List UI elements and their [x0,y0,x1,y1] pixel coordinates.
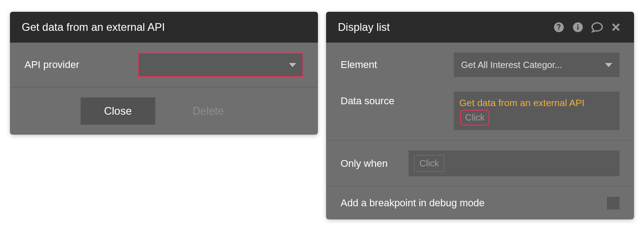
row-api-provider: API provider [10,43,318,87]
element-value: Get All Interest Categor... [461,60,601,70]
chevron-down-icon [289,63,296,67]
help-icon[interactable] [553,21,565,34]
only-when-expression[interactable]: Click [409,150,620,176]
label-api-provider: API provider [24,59,138,71]
display-list-panel: Display list Element Get All Interest Ca… [326,12,634,219]
info-icon[interactable] [572,21,584,34]
close-icon[interactable] [610,21,622,34]
only-when-click-token[interactable]: Click [414,155,444,172]
panel-header: Display list [326,12,634,43]
api-provider-dropdown[interactable] [138,53,303,77]
panel-title: Get data from an external API [22,21,165,34]
action-buttons-row: Close Delete [10,87,318,135]
panel-body: Element Get All Interest Categor... Data… [326,43,634,219]
chevron-down-icon [605,63,612,67]
row-data-source: Data source Get data from an external AP… [326,87,634,140]
row-breakpoint: Add a breakpoint in debug mode [326,186,634,219]
expression-text: Get data from an external API [459,97,585,108]
element-dropdown[interactable]: Get All Interest Categor... [454,53,620,77]
comment-icon[interactable] [591,21,603,34]
expression-click-token[interactable]: Click [460,110,490,126]
data-source-expression[interactable]: Get data from an external APIClick [454,92,620,130]
api-data-panel: Get data from an external API API provid… [10,12,318,135]
panel-title: Display list [338,21,390,34]
label-data-source: Data source [341,92,454,107]
header-icons [553,21,622,34]
row-only-when: Only when Click [326,140,634,186]
panel-body: API provider Close Delete [10,43,318,135]
delete-button: Delete [169,97,247,125]
panel-header: Get data from an external API [10,12,318,43]
close-button[interactable]: Close [81,97,155,125]
label-breakpoint: Add a breakpoint in debug mode [341,197,485,209]
label-element: Element [341,59,454,71]
label-only-when: Only when [341,158,409,170]
row-element: Element Get All Interest Categor... [326,43,634,87]
breakpoint-checkbox[interactable] [607,197,620,209]
